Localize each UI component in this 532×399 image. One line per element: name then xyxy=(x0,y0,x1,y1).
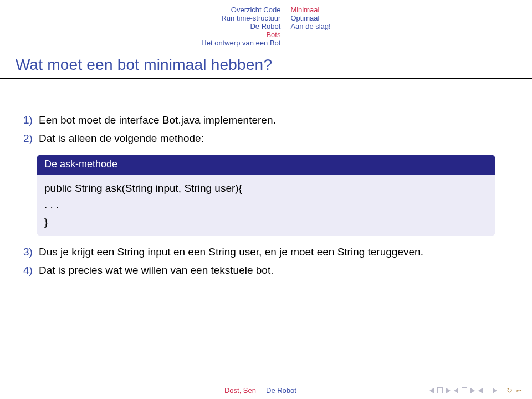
prev-slide-icon[interactable] xyxy=(429,388,434,393)
nav-subsections: Minimaal Optimaal Aan de slag! xyxy=(290,6,330,47)
nav-subsection-item[interactable]: Aan de slag! xyxy=(290,22,330,30)
code-block-body: public String ask(String input, String u… xyxy=(37,175,495,236)
list-item: 4)Dat is precies wat we willen van een t… xyxy=(23,262,509,278)
item-number: 2) xyxy=(23,130,39,146)
code-block-title: De ask-methode xyxy=(37,155,495,175)
nav-section-item-active[interactable]: Bots xyxy=(201,30,280,39)
header-navigation: Overzicht Code Run time-structuur De Rob… xyxy=(0,0,532,52)
prev-subsection-icon[interactable] xyxy=(478,388,483,393)
list-item: 2)Dat is alleen de volgende methode: xyxy=(23,130,509,146)
nav-section-item[interactable]: Run time-structuur xyxy=(201,14,280,22)
nav-section-item[interactable]: De Robot xyxy=(201,22,280,30)
next-section-icon[interactable] xyxy=(470,388,475,393)
slide-frame-icon[interactable] xyxy=(437,387,443,393)
next-subsection-icon[interactable] xyxy=(493,388,497,393)
appendix-icon[interactable]: ≡ xyxy=(500,387,503,394)
item-text: Een bot moet de interface Bot.java imple… xyxy=(39,114,276,126)
next-slide-icon[interactable] xyxy=(446,388,451,393)
search-icon[interactable]: ↻ xyxy=(507,386,513,395)
slide-title: Wat moet een bot minimaal hebben? xyxy=(16,56,516,74)
slide-title-bar: Wat moet een bot minimaal hebben? xyxy=(0,52,532,79)
back-icon[interactable]: ⤺ xyxy=(516,386,522,395)
item-number: 4) xyxy=(23,262,39,278)
item-text: Dus je krijgt een String input en een St… xyxy=(39,246,423,258)
list-item: 3)Dus je krijgt een String input en een … xyxy=(23,244,509,260)
nav-subsection-item-active[interactable]: Minimaal xyxy=(290,6,330,14)
footer-author: Dost, Sen xyxy=(0,386,266,395)
code-line: public String ask(String input, String u… xyxy=(44,180,488,197)
code-block: De ask-methode public String ask(String … xyxy=(37,155,495,236)
code-line: . . . xyxy=(44,197,488,213)
nav-sections: Overzicht Code Run time-structuur De Rob… xyxy=(201,6,290,47)
item-text: Dat is precies wat we willen van een tek… xyxy=(39,264,274,276)
nav-section-item[interactable]: Overzicht Code xyxy=(201,6,280,14)
code-line: } xyxy=(44,214,488,231)
section-frame-icon[interactable] xyxy=(462,387,467,393)
toc-icon[interactable]: ≡ xyxy=(486,387,489,394)
beamer-nav-icons: ≡ ≡ ↻ ⤺ xyxy=(429,386,522,395)
nav-subsection-item[interactable]: Optimaal xyxy=(290,14,330,22)
nav-section-item[interactable]: Het ontwerp van een Bot xyxy=(201,39,280,47)
list-item: 1)Een bot moet de interface Bot.java imp… xyxy=(23,112,509,128)
prev-section-icon[interactable] xyxy=(454,388,458,393)
item-number: 1) xyxy=(23,112,39,128)
item-number: 3) xyxy=(23,244,39,260)
item-text: Dat is alleen de volgende methode: xyxy=(39,132,204,144)
slide-content: 1)Een bot moet de interface Bot.java imp… xyxy=(0,79,532,279)
